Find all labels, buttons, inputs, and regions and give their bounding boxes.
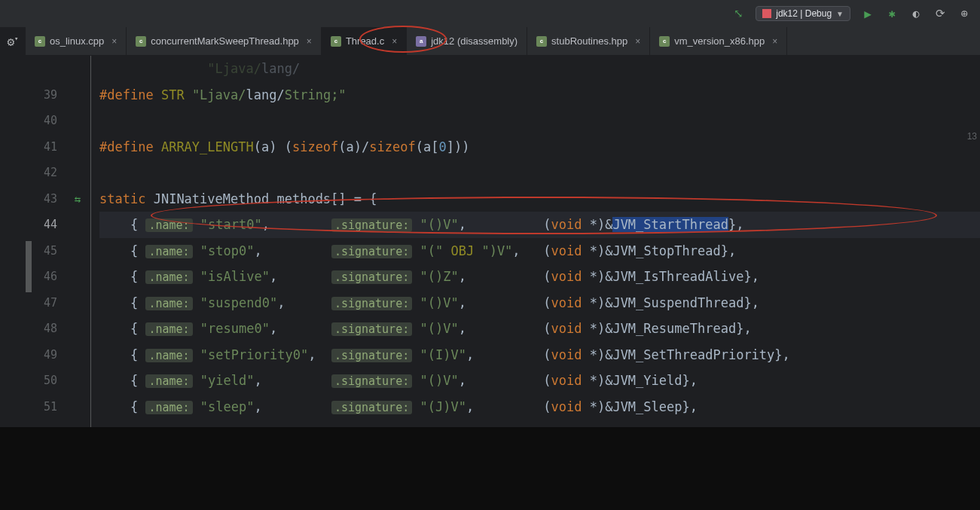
close-icon[interactable]: × <box>111 36 117 47</box>
tab-label: jdk12 (disassembly) <box>431 35 517 47</box>
code-line: { .name: "sleep", .signature: "(J)V", (v… <box>99 394 980 420</box>
vcs-change-icon[interactable]: ⇆ <box>75 186 81 212</box>
run-config-label: jdk12 | Debug <box>776 8 832 19</box>
profile-icon[interactable]: ⟳ <box>933 7 947 20</box>
column-indicator: 13 <box>967 124 977 150</box>
line-number: 48 <box>32 316 57 342</box>
c-file-icon: c <box>35 36 45 47</box>
run-configuration-selector[interactable]: jdk12 | Debug ▼ <box>756 6 850 21</box>
code-line: { .name: "isAlive", .signature: "()Z", (… <box>99 264 980 290</box>
tab-stubroutines[interactable]: c stubRoutines.hpp × <box>527 27 650 55</box>
line-number: 42 <box>32 160 57 186</box>
top-toolbar: ⤡ jdk12 | Debug ▼ ▶ ✱ ◐ ⟳ ⊕ <box>0 0 980 27</box>
c-file-icon: c <box>536 36 547 47</box>
code-line: { .name: "setPriority0", .signature: "(I… <box>99 342 980 368</box>
c-file-icon: c <box>136 36 146 47</box>
build-icon[interactable]: ⤡ <box>731 7 745 20</box>
code-line <box>99 108 980 134</box>
line-number: 47 <box>32 290 57 316</box>
more-icon[interactable]: ⊕ <box>957 7 971 20</box>
code-line: #define ARRAY_LENGTH(a) (sizeof(a)/sizeo… <box>99 134 980 160</box>
line-number: 46 <box>32 264 57 290</box>
line-number: 40 <box>32 108 57 134</box>
line-number: 45 <box>32 238 57 264</box>
close-icon[interactable]: × <box>307 36 312 47</box>
line-number: 49 <box>32 342 57 368</box>
line-number: 44 <box>32 212 57 238</box>
code-line <box>99 160 980 186</box>
c-file-icon: c <box>331 36 341 47</box>
code-line: "Ljava/lang/ <box>99 56 980 82</box>
coverage-icon[interactable]: ◐ <box>909 7 923 20</box>
debug-icon[interactable]: ✱ <box>885 7 899 20</box>
tab-cms-thread[interactable]: c concurrentMarkSweepThread.hpp × <box>127 27 322 55</box>
tab-vm-version[interactable]: c vm_version_x86.hpp × <box>650 27 787 55</box>
code-line: { .name: "yield", .signature: "()V", (vo… <box>99 368 980 394</box>
code-line: #define STR "Ljava/lang/String;" <box>99 82 980 108</box>
gear-icon[interactable]: ⚙▾ <box>7 35 18 49</box>
close-icon[interactable]: × <box>635 36 640 47</box>
line-number: 51 <box>32 394 57 420</box>
tab-label: vm_version_x86.hpp <box>674 35 765 47</box>
line-number: 43 <box>32 186 57 212</box>
scrollbar-marker <box>26 241 32 292</box>
tab-disassembly[interactable]: a jdk12 (disassembly) <box>407 27 527 55</box>
line-number <box>32 56 57 82</box>
code-line: { .name: "resume0", .signature: "()V", (… <box>99 316 980 342</box>
left-gutter-strip: ⚙▾ <box>0 27 26 56</box>
code-line: static JNINativeMethod methods[] = { <box>99 186 980 212</box>
tab-os-linux[interactable]: c os_linux.cpp × <box>26 27 127 55</box>
line-number: 39 <box>32 82 57 108</box>
tab-thread-c[interactable]: c Thread.c × <box>322 27 407 55</box>
code-line: { .name: "stop0", .signature: "(" OBJ ")… <box>99 238 980 264</box>
tab-label: stubRoutines.hpp <box>551 35 627 47</box>
chevron-down-icon: ▼ <box>836 10 844 18</box>
tab-label: concurrentMarkSweepThread.hpp <box>151 35 299 47</box>
c-file-icon: c <box>659 36 670 47</box>
code-line: { .name: "suspend0", .signature: "()V", … <box>99 290 980 316</box>
editor-tabs: c os_linux.cpp × c concurrentMarkSweepTh… <box>26 27 980 56</box>
close-icon[interactable]: × <box>392 36 397 47</box>
close-icon[interactable]: × <box>772 36 777 47</box>
tab-label: Thread.c <box>346 35 384 47</box>
code-line: { .name: "start0", .signature: "()V", (v… <box>99 212 980 238</box>
line-number: 41 <box>32 134 57 160</box>
status-bar <box>0 427 980 510</box>
run-icon[interactable]: ▶ <box>861 7 875 20</box>
tab-label: os_linux.cpp <box>50 35 104 47</box>
line-number: 50 <box>32 368 57 394</box>
asm-file-icon: a <box>416 36 426 47</box>
config-icon <box>762 9 771 18</box>
